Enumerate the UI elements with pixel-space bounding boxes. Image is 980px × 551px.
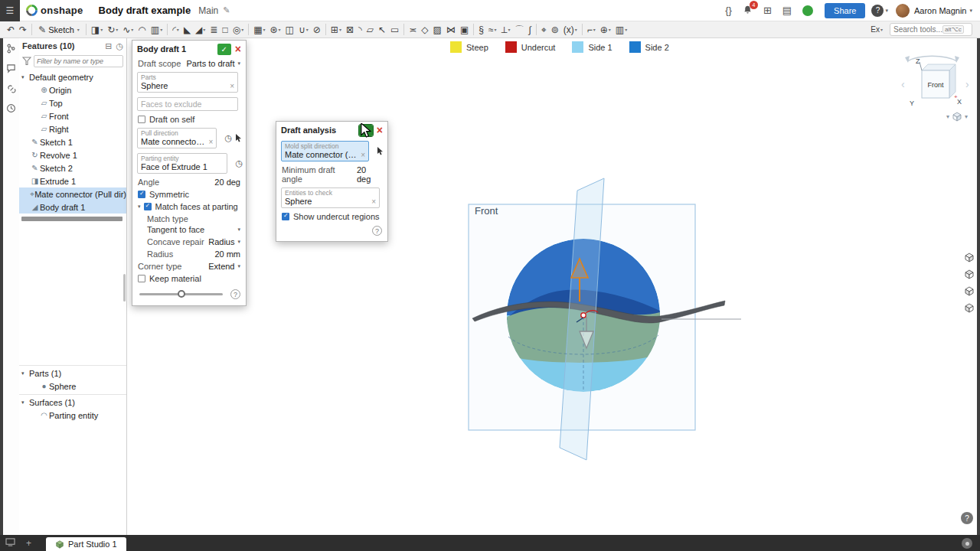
caret-down-icon[interactable]: ▾ <box>21 370 29 377</box>
variable-tool-button[interactable]: (x)▾ <box>562 22 579 37</box>
feature-item-surfaces-1-[interactable]: ▾Surfaces (1) <box>19 396 126 409</box>
viewport-cube-button-3[interactable] <box>962 283 977 298</box>
feature-item-mate-connector-pull-dir-[interactable]: ⌖Mate connector (Pull dir) <box>19 187 126 201</box>
match-faces-row[interactable]: ▾ Match faces at parting <box>132 201 246 213</box>
mold-split-direction-group[interactable]: Mold split direction Mate connector (Pul… <box>281 141 369 161</box>
custom-feature-tool-button[interactable]: ⊕▾ <box>599 22 612 37</box>
match-faces-checkbox[interactable] <box>144 203 152 210</box>
match-type-select[interactable]: Tangent to face ▾ <box>142 223 246 236</box>
panel-options-icon[interactable]: ⊟ <box>105 41 112 51</box>
faces-to-exclude-field[interactable]: Faces to exclude <box>137 97 238 111</box>
feature-filter-input[interactable] <box>34 55 123 67</box>
hole-tool-button[interactable]: ◎▾ <box>231 22 246 37</box>
delete-face-tool-button[interactable]: ▱ <box>365 22 375 37</box>
tab-part-studio-1[interactable]: Part Studio 1 <box>46 537 126 551</box>
extrude-tool-button[interactable]: ◨▾ <box>90 22 104 37</box>
rotate-left-chevron-icon[interactable]: ‹ <box>901 78 905 90</box>
min-draft-angle-input[interactable]: 20 deg <box>357 165 382 184</box>
status-dot-icon[interactable] <box>802 5 813 16</box>
view-options-cube-icon[interactable] <box>952 112 962 122</box>
mirror-tool-button[interactable]: ◫ <box>284 22 296 37</box>
remove-icon[interactable]: × <box>209 138 214 146</box>
remove-icon[interactable]: × <box>361 151 365 159</box>
boolean-tool-button[interactable]: ∪▾ <box>297 22 310 37</box>
tab-bar-options-button[interactable] <box>962 538 972 549</box>
parting-entity-group[interactable]: Parting entity Face of Extrude 1 <box>137 153 227 174</box>
history-button[interactable] <box>3 98 19 118</box>
curve-tool-button[interactable]: ≈▾ <box>487 22 498 37</box>
remove-icon[interactable]: × <box>230 82 234 90</box>
rotate-arrow-right-icon[interactable] <box>955 56 959 63</box>
app-grid-icon[interactable]: ⊞ <box>763 5 772 16</box>
modify-fillet-tool-button[interactable]: ◝ <box>357 22 364 37</box>
branch-name[interactable]: Main <box>198 5 218 16</box>
comments-button[interactable] <box>3 58 19 78</box>
mutual-trim-tool-button[interactable]: ⋈ <box>445 22 457 37</box>
show-undercut-checkbox[interactable] <box>282 213 289 220</box>
pointer-select-icon[interactable] <box>377 147 384 156</box>
measure-tool-button[interactable]: ⌖ <box>540 22 548 37</box>
search-tools-input[interactable] <box>893 25 942 34</box>
follow-mode-button[interactable] <box>3 78 19 98</box>
fill-tool-button[interactable]: ▨ <box>432 22 443 37</box>
avatar[interactable] <box>896 4 910 18</box>
extensions-button[interactable]: Ex ▾ <box>869 22 884 37</box>
feature-item-sketch-1[interactable]: ✎Sketch 1 <box>19 135 126 148</box>
offset-surface-tool-button[interactable]: ≍ <box>407 22 418 37</box>
undo-button[interactable]: ↶ <box>5 22 16 37</box>
entities-to-check-group[interactable]: Entities to check Sphere× <box>281 187 380 208</box>
feature-item-body-draft-1[interactable]: ◢Body draft 1 <box>19 201 126 214</box>
help-bubble-button[interactable]: ? <box>961 512 973 524</box>
show-undercut-row[interactable]: Show undercut regions <box>276 210 387 223</box>
composite-curve-tool-button[interactable]: ∫ <box>528 22 533 37</box>
circular-pattern-tool-button[interactable]: ⊛▾ <box>269 22 283 37</box>
viewport-3d[interactable]: Front <box>127 38 977 535</box>
concave-repair-select[interactable]: Radius▾ <box>208 237 240 246</box>
share-button[interactable]: Share <box>825 3 865 18</box>
radius-input[interactable]: 20 mm <box>214 249 240 259</box>
viewport-cube-button-2[interactable] <box>962 266 977 282</box>
screen-share-icon[interactable] <box>5 538 15 549</box>
project-curve-tool-button[interactable]: ⟂▾ <box>500 22 512 37</box>
feature-item-right[interactable]: ▱Right <box>19 122 126 135</box>
featurescript-icon[interactable]: {} <box>725 5 732 16</box>
draft-on-self-checkbox[interactable] <box>138 116 145 123</box>
cancel-button[interactable]: × <box>377 125 383 135</box>
feature-item-parting-entity[interactable]: ◠Parting entity <box>19 409 126 422</box>
feature-item-parts-1-[interactable]: ▾Parts (1) <box>19 367 126 380</box>
feature-item-origin[interactable]: ⊕Origin <box>19 83 126 96</box>
viewport-cube-button-1[interactable] <box>962 249 977 265</box>
angle-input[interactable]: 20 deg <box>214 178 240 187</box>
symmetric-row[interactable]: Symmetric <box>132 188 246 201</box>
view-cube[interactable]: ‹ › Front Z X + Y <box>884 42 980 119</box>
fillet-tool-button[interactable]: ◜▾ <box>171 22 181 37</box>
move-face-tool-button[interactable]: ↖ <box>377 22 387 37</box>
viewport-cube-button-4[interactable] <box>962 300 977 315</box>
pull-direction-group[interactable]: Pull direction Mate connector (Pull...× <box>137 128 217 148</box>
linear-pattern-tool-button[interactable]: ▦▾ <box>252 22 266 37</box>
feature-item-extrude-1[interactable]: ◨Extrude 1 <box>19 174 126 187</box>
chamfer-tool-button[interactable]: ◣ <box>182 22 192 37</box>
remove-icon[interactable]: × <box>371 197 376 206</box>
feature-item-front[interactable]: ▱Front <box>19 109 126 122</box>
rotate-right-chevron-icon[interactable]: › <box>965 78 969 90</box>
caret-down-icon[interactable]: ▾ <box>21 74 29 80</box>
corner-type-select[interactable]: Extend▾ <box>208 262 240 271</box>
viewcube-caret-icon[interactable]: ▾ <box>946 113 949 120</box>
sweep-tool-button[interactable]: ∿▾ <box>121 22 135 37</box>
caret-down-icon[interactable]: ▾ <box>21 399 29 406</box>
app-menu-button[interactable]: ☰ <box>0 0 20 21</box>
boundary-surface-tool-button[interactable]: ◇ <box>420 22 430 37</box>
dialog-help-icon[interactable]: ? <box>372 226 382 236</box>
thicken-tool-button[interactable]: ▥▾ <box>149 22 164 37</box>
rotate-arc-icon[interactable] <box>907 56 957 61</box>
loft-tool-button[interactable]: ◠ <box>136 22 147 37</box>
help-caret-icon[interactable]: ▾ <box>885 8 888 14</box>
enclose-tool-button[interactable]: ▣ <box>459 22 470 37</box>
feature-item-default-geometry[interactable]: ▾Default geometry <box>19 70 126 83</box>
sketch-button[interactable]: ✎ Sketch ▾ <box>34 22 83 37</box>
cancel-button[interactable]: × <box>235 44 241 54</box>
keep-material-checkbox[interactable] <box>138 275 145 282</box>
dialog-help-icon[interactable]: ? <box>230 289 240 299</box>
revolve-tool-button[interactable]: ↻▾ <box>106 22 119 37</box>
